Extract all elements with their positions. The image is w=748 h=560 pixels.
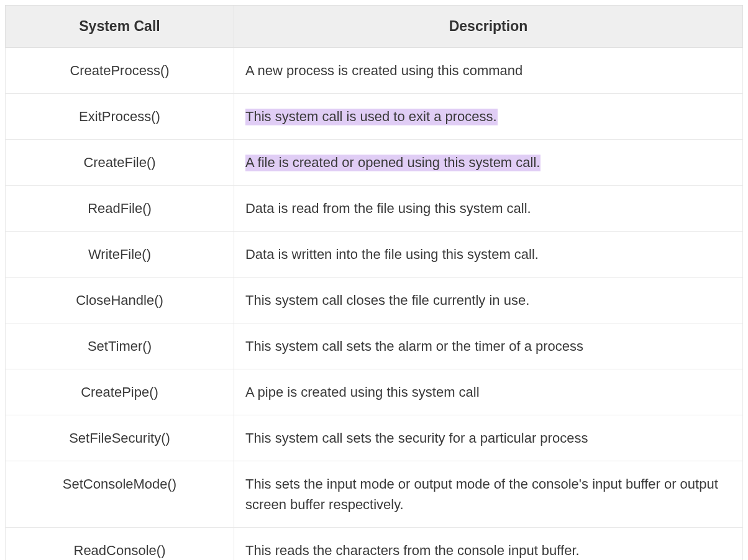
description-cell: Data is written into the file using this… (234, 232, 742, 278)
table-row: CloseHandle()This system call closes the… (6, 278, 743, 323)
column-header-syscall: System Call (6, 6, 234, 48)
syscall-table-container: System Call Description CreateProcess()A… (5, 5, 743, 560)
table-row: CreateProcess()A new process is created … (6, 48, 743, 94)
table-row: SetTimer()This system call sets the alar… (6, 323, 743, 369)
table-body: CreateProcess()A new process is created … (6, 48, 743, 561)
description-cell: This system call sets the alarm or the t… (234, 323, 742, 369)
table-row: CreateFile()A file is created or opened … (6, 140, 743, 186)
syscall-cell: ReadConsole() (6, 528, 234, 561)
syscall-cell: ReadFile() (6, 186, 234, 232)
syscall-cell: ExitProcess() (6, 94, 234, 140)
description-cell: This system call sets the security for a… (234, 415, 742, 461)
description-cell: This system call is used to exit a proce… (234, 94, 742, 140)
description-cell: A file is created or opened using this s… (234, 140, 742, 186)
description-cell: This reads the characters from the conso… (234, 528, 742, 561)
table-row: SetFileSecurity()This system call sets t… (6, 415, 743, 461)
description-cell: Data is read from the file using this sy… (234, 186, 742, 232)
syscall-table: System Call Description CreateProcess()A… (5, 5, 743, 560)
table-row: ReadConsole()This reads the characters f… (6, 528, 743, 561)
table-row: ReadFile()Data is read from the file usi… (6, 186, 743, 232)
syscall-cell: CloseHandle() (6, 278, 234, 323)
table-header-row: System Call Description (6, 6, 743, 48)
syscall-cell: SetFileSecurity() (6, 415, 234, 461)
table-row: WriteFile()Data is written into the file… (6, 232, 743, 278)
table-row: CreatePipe()A pipe is created using this… (6, 369, 743, 415)
table-row: ExitProcess()This system call is used to… (6, 94, 743, 140)
description-cell: This system call closes the file current… (234, 278, 742, 323)
syscall-cell: WriteFile() (6, 232, 234, 278)
description-cell: This sets the input mode or output mode … (234, 461, 742, 528)
highlighted-text: A file is created or opened using this s… (245, 155, 540, 171)
syscall-cell: CreateFile() (6, 140, 234, 186)
syscall-cell: SetConsoleMode() (6, 461, 234, 528)
column-header-description: Description (234, 6, 742, 48)
syscall-cell: CreateProcess() (6, 48, 234, 94)
table-row: SetConsoleMode()This sets the input mode… (6, 461, 743, 528)
syscall-cell: SetTimer() (6, 323, 234, 369)
description-cell: A new process is created using this comm… (234, 48, 742, 94)
highlighted-text: This system call is used to exit a proce… (245, 109, 498, 125)
syscall-cell: CreatePipe() (6, 369, 234, 415)
description-cell: A pipe is created using this system call (234, 369, 742, 415)
